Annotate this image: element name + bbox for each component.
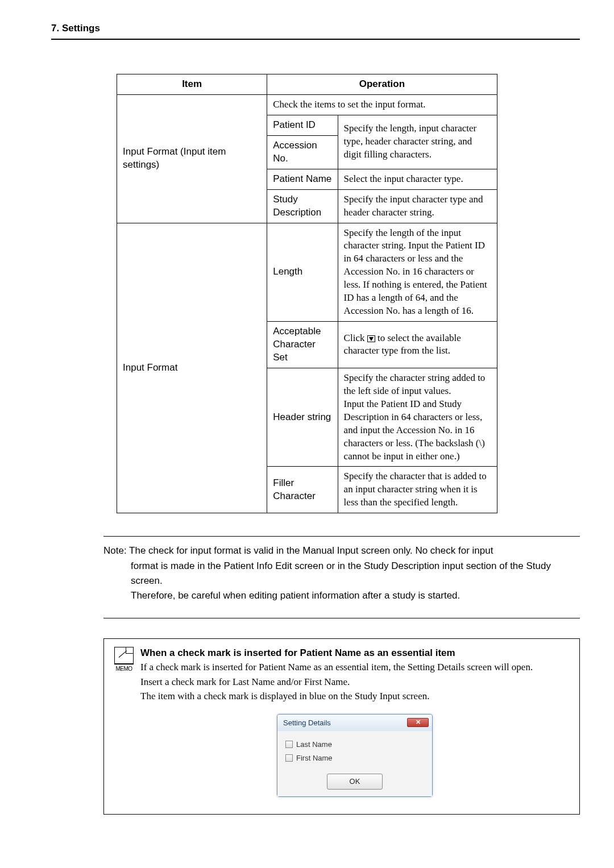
memo-icon xyxy=(114,647,134,664)
memo-p1: If a check mark is inserted for Patient … xyxy=(140,660,569,675)
page-header: 7. Settings xyxy=(51,23,580,40)
row-header-string-label: Header string xyxy=(267,368,338,467)
memo-icon-label: MEMO xyxy=(114,664,134,673)
note-divider-top xyxy=(103,536,580,537)
note-block: Note: The check for input format is vali… xyxy=(103,543,580,603)
note-label: Note: xyxy=(103,545,127,556)
dialog-titlebar: Setting Details ✕ xyxy=(277,715,432,732)
label-last-name: Last Name xyxy=(296,739,332,750)
note-text-2: Therefore, be careful when editing patie… xyxy=(131,588,580,603)
memo-box: MEMO When a check mark is inserted for P… xyxy=(103,638,580,815)
th-operation: Operation xyxy=(267,74,497,95)
row-acs-label: Acceptable Character Set xyxy=(267,322,338,368)
memo-icon-wrap: MEMO xyxy=(114,647,134,673)
acs-op-pre: Click xyxy=(344,333,367,343)
checkbox-first-name[interactable] xyxy=(285,754,293,762)
group1-name: Input Format (Input item settings) xyxy=(117,94,267,223)
ok-button[interactable]: OK xyxy=(327,774,383,790)
group1-topnote: Check the items to set the input format. xyxy=(267,94,497,115)
note-text-first: The check for input format is valid in t… xyxy=(129,545,493,556)
memo-p3: The item with a check mark is displayed … xyxy=(140,689,569,704)
row-patient-name-label: Patient Name xyxy=(267,169,338,189)
row-patient-name-op: Select the input character type. xyxy=(338,169,497,189)
row-acs-op: Click to select the available character … xyxy=(338,322,497,368)
note-divider-bottom xyxy=(103,618,580,618)
memo-p2: Insert a check mark for Last Name and/or… xyxy=(140,675,569,690)
close-button[interactable]: ✕ xyxy=(407,718,429,727)
dialog-title: Setting Details xyxy=(283,717,331,729)
label-first-name: First Name xyxy=(296,753,333,764)
th-item: Item xyxy=(117,74,267,95)
note-text-rest: format is made in the Patient Info Edit … xyxy=(131,559,580,589)
row-filler-label: Filler Character xyxy=(267,467,338,513)
row-study-desc-op: Specify the input character type and hea… xyxy=(338,189,497,223)
row-patient-id-op: Specify the length, input character type… xyxy=(338,115,497,169)
row-length-op: Specify the length of the input characte… xyxy=(338,223,497,322)
setting-details-dialog: Setting Details ✕ Last Name First Name O… xyxy=(277,714,433,797)
row-filler-op: Specify the character that is added to a… xyxy=(338,467,497,513)
row-accession-label: Accession No. xyxy=(267,135,338,169)
dropdown-icon xyxy=(367,335,375,342)
row-header-string-op: Specify the character string added to th… xyxy=(338,368,497,467)
checkbox-last-name[interactable] xyxy=(285,741,293,748)
memo-title: When a check mark is inserted for Patien… xyxy=(140,646,569,661)
settings-table: Item Operation Input Format (Input item … xyxy=(117,74,497,513)
group2-name: Input Format xyxy=(117,223,267,513)
row-length-label: Length xyxy=(267,223,338,322)
row-patient-id-label: Patient ID xyxy=(267,115,338,135)
row-study-desc-label: Study Description xyxy=(267,189,338,223)
